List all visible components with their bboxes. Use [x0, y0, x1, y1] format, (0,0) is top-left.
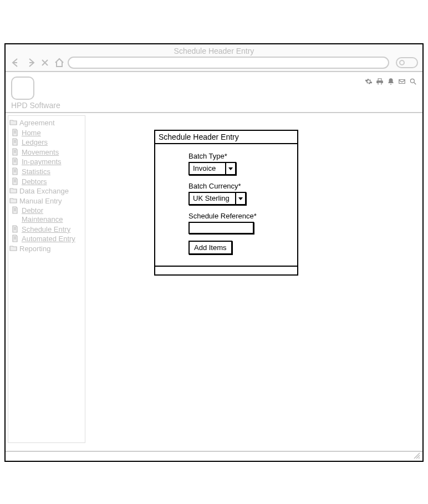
batch-type-select[interactable]: Invoice [188, 162, 236, 175]
url-bar[interactable] [68, 57, 389, 69]
doc-icon [12, 138, 19, 145]
doc-icon [12, 148, 19, 155]
sidebar-item-label: In-payments [22, 157, 62, 166]
sidebar-item-reporting[interactable]: Reporting [9, 244, 84, 254]
doc-icon [12, 167, 19, 174]
header-icon-row [365, 78, 417, 87]
sidebar-item-label: Automated Entry [22, 235, 75, 243]
doc-icon [12, 157, 19, 164]
browser-chrome: Schedule Header Entry [6, 44, 422, 72]
sidebar-item-label: Manual Entry [19, 197, 62, 206]
chevron-down-icon [235, 193, 245, 204]
sidebar-item-automated-entry[interactable]: Automated Entry [9, 234, 84, 244]
gear-icon[interactable] [365, 78, 373, 87]
add-items-button[interactable]: Add Items [188, 241, 232, 254]
sidebar-item-movements[interactable]: Movements [9, 147, 84, 157]
print-icon[interactable] [376, 78, 384, 87]
batch-currency-select[interactable]: UK Sterling [188, 192, 246, 205]
browser-title: Schedule Header Entry [10, 47, 418, 55]
folder-icon [9, 119, 17, 125]
schedule-reference-input[interactable] [188, 222, 254, 234]
sidebar-item-data-exchange[interactable]: Data Exchange [9, 186, 84, 196]
sidebar-item-label: Data Exchange [19, 187, 69, 196]
chevron-down-icon [225, 163, 235, 174]
sidebar-item-debtor-maintenance[interactable]: Debtor Maintenance [9, 206, 84, 224]
panel-title: Schedule Header Entry [155, 131, 297, 144]
resize-grip-icon[interactable] [412, 451, 420, 461]
sidebar-item-label: Debtors [22, 177, 47, 186]
panel-footer [155, 267, 297, 274]
folder-icon [9, 245, 17, 251]
app-logo [11, 77, 34, 100]
sidebar-item-manual-entry[interactable]: Manual Entry [9, 196, 84, 206]
stop-icon[interactable] [39, 57, 51, 69]
sidebar-item-schedule-entry[interactable]: Schedule Entry [9, 225, 84, 235]
batch-currency-value: UK Sterling [190, 193, 235, 204]
sidebar-item-home[interactable]: Home [9, 128, 84, 138]
schedule-header-panel: Schedule Header Entry Batch Type* Invoic… [154, 130, 298, 276]
status-bar [6, 451, 422, 461]
sidebar-item-label: Ledgers [22, 138, 48, 147]
back-icon[interactable] [10, 57, 22, 69]
schedule-reference-label: Schedule Reference* [188, 212, 292, 220]
search-icon[interactable] [409, 78, 417, 87]
home-icon[interactable] [53, 57, 65, 69]
doc-icon [12, 225, 19, 232]
app-name: HPD Software [11, 101, 60, 110]
doc-icon [12, 177, 19, 184]
sidebar-item-label: Statistics [22, 167, 50, 176]
bell-icon[interactable] [387, 78, 395, 87]
sidebar-item-label: Reporting [19, 245, 50, 253]
doc-icon [12, 235, 19, 241]
sidebar-item-label: Home [22, 129, 41, 138]
search-pill-dot [399, 60, 405, 65]
batch-currency-label: Batch Currency* [188, 182, 292, 190]
sidebar-item-label: Debtor Maintenance [22, 206, 84, 223]
batch-type-value: Invoice [190, 163, 225, 174]
sidebar-item-in-payments[interactable]: In-payments [9, 157, 84, 167]
sidebar-item-debtors[interactable]: Debtors [9, 177, 84, 187]
sidebar-item-label: Movements [22, 148, 59, 157]
forward-icon[interactable] [24, 57, 37, 69]
doc-icon [12, 129, 19, 135]
svg-point-0 [410, 79, 414, 83]
content-area: Schedule Header Entry Batch Type* Invoic… [88, 113, 422, 445]
batch-type-label: Batch Type* [188, 152, 292, 160]
sidebar-item-ledgers[interactable]: Ledgers [9, 138, 84, 147]
sidebar: Agreement Home Ledgers Movements In-paym… [8, 115, 85, 443]
sidebar-item-label: Schedule Entry [22, 225, 70, 234]
mail-icon[interactable] [398, 78, 406, 87]
folder-icon [9, 187, 17, 194]
app-header: HPD Software [6, 72, 422, 113]
sidebar-item-statistics[interactable]: Statistics [9, 167, 84, 177]
sidebar-item-agreement[interactable]: Agreement [9, 118, 84, 128]
sidebar-item-label: Agreement [19, 119, 55, 128]
folder-icon [9, 197, 17, 203]
search-pill[interactable] [396, 57, 418, 68]
doc-icon [12, 206, 19, 213]
